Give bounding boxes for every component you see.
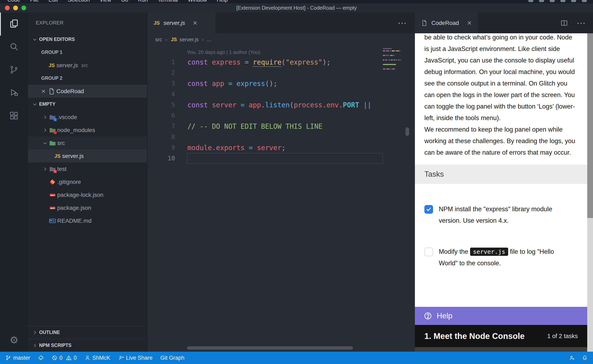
open-editor-server-js[interactable]: JSserver.jssrc	[28, 59, 147, 72]
editor-scrollbar-thumb[interactable]	[406, 127, 409, 136]
menu-item-run[interactable]: Run	[138, 0, 148, 3]
menu-item-help[interactable]: Help	[217, 0, 228, 3]
activity-explorer-button[interactable]	[0, 13, 28, 36]
line-number: 4	[147, 89, 187, 99]
tree-item-test[interactable]: test	[28, 162, 147, 176]
split-editor-icon[interactable]	[560, 19, 568, 27]
task-checkbox[interactable]	[424, 248, 433, 256]
code-line-5[interactable]: 5const server = app.listen(process.env.P…	[147, 99, 415, 110]
menubar-status-icons	[528, 0, 587, 2]
minimap[interactable]	[383, 48, 401, 73]
code-line-7[interactable]: 7// -- DO NOT EDIT BELOW THIS LINE	[147, 121, 415, 132]
status-account[interactable]: ShMcK	[85, 355, 110, 361]
menubar-status-icon[interactable]	[560, 0, 565, 2]
task-checkbox[interactable]	[424, 205, 433, 214]
breadcrumb-item-server-js[interactable]: JSserver.js	[171, 37, 199, 43]
activity-source-control-button[interactable]	[0, 58, 28, 82]
menu-item-terminal[interactable]: Terminal	[158, 0, 178, 3]
webview-scrollbar-thumb[interactable]	[587, 33, 593, 218]
line-number: 3	[147, 78, 187, 89]
activity-run-debug-button[interactable]	[0, 82, 28, 105]
code-line-1[interactable]: 1const express = require("express");	[147, 57, 415, 67]
menubar-status-icon[interactable]	[528, 0, 533, 2]
code-line-10[interactable]: 10	[147, 153, 415, 164]
tree-item-package-json[interactable]: npmpackage.json	[28, 201, 147, 214]
editor-more-actions-icon[interactable]: ⋯	[398, 18, 415, 28]
status-git-graph[interactable]: Git Graph	[160, 355, 185, 361]
tree-item-src[interactable]: src	[28, 136, 147, 150]
status-warnings[interactable]: 0	[66, 355, 77, 361]
activity-search-button[interactable]	[0, 36, 28, 58]
close-window-button[interactable]	[5, 6, 10, 10]
activity-settings-button[interactable]: ⚙	[0, 329, 28, 352]
open-editors-group: GROUP 2	[28, 72, 147, 85]
more-actions-icon[interactable]: ⋯	[577, 18, 586, 28]
editor-overview-ruler	[401, 46, 415, 352]
explorer-sidebar: EXPLORER OPEN EDITORS GROUP 1JSserver.js…	[28, 13, 147, 352]
editor-tab-bar: JS server.js × ⋯	[147, 13, 415, 33]
menu-item-code[interactable]: Code	[7, 0, 20, 3]
help-accordion[interactable]: Help	[415, 307, 587, 325]
zoom-window-button[interactable]	[21, 6, 26, 10]
code-line-9[interactable]: 9module.exports = server;	[147, 142, 415, 153]
lesson-paragraph: be able to check what’s going on in your…	[424, 33, 578, 124]
menubar-status-icon[interactable]	[571, 0, 576, 2]
code-line-4[interactable]: 4	[147, 89, 415, 99]
breadcrumb-item--[interactable]: ...	[207, 37, 211, 43]
status-live-share[interactable]: Live Share	[118, 355, 153, 361]
activity-extensions-button[interactable]	[0, 105, 28, 128]
code-line-2[interactable]: 2	[147, 67, 415, 78]
section-outline[interactable]: OUTLINE	[28, 326, 147, 339]
menu-item-selection[interactable]: Selection	[68, 0, 90, 3]
codelens-annotation[interactable]: You, 20 days ago | 1 author (You)	[187, 48, 415, 57]
menu-item-go[interactable]: Go	[121, 0, 128, 3]
horizontal-scrollbar-thumb[interactable]	[187, 346, 353, 350]
source-control-icon	[9, 65, 19, 75]
person-add-icon	[569, 355, 575, 361]
menubar-status-icon[interactable]	[582, 0, 587, 2]
close-editor-icon[interactable]: ×	[39, 87, 48, 95]
tree-item-package-lock-json[interactable]: npmpackage-lock.json	[28, 188, 147, 201]
status-notifications[interactable]	[582, 355, 588, 361]
status-git-branch[interactable]: master	[5, 355, 30, 361]
breadcrumb-item-src[interactable]: src	[155, 37, 162, 43]
code-line-3[interactable]: 3const app = express();	[147, 78, 415, 89]
tree-item-node-modules[interactable]: node_modules	[28, 124, 147, 136]
open-editors-header[interactable]: OPEN EDITORS	[28, 33, 147, 46]
group-label: GROUP 1	[41, 50, 62, 55]
tree-item--vscode[interactable]: .vscode	[28, 111, 147, 124]
tree-item-server-js[interactable]: JSserver.js	[28, 150, 147, 162]
editor-label: CodeRoad	[56, 88, 84, 95]
tree-item--gitignore[interactable]: .gitignore	[28, 176, 147, 188]
status-errors[interactable]: 0	[52, 355, 63, 361]
code-editor[interactable]: You, 20 days ago | 1 author (You) 1const…	[147, 46, 415, 352]
chevron-down-icon	[31, 36, 39, 43]
chevron-down-icon	[31, 100, 39, 108]
code-line-6[interactable]: 6	[147, 110, 415, 121]
code-line-8[interactable]: 8	[147, 132, 415, 142]
close-tab-icon[interactable]: ×	[467, 19, 472, 27]
tab-coderoad[interactable]: CodeRoad ×	[415, 13, 478, 33]
status-publish-changes[interactable]	[38, 355, 44, 361]
minimize-window-button[interactable]	[13, 6, 18, 10]
workspace-header[interactable]: EMPTY	[28, 98, 147, 111]
menubar-status-icon[interactable]	[550, 0, 555, 2]
menubar-status-icon[interactable]	[539, 0, 544, 2]
menu-item-edit[interactable]: Edit	[49, 0, 58, 3]
status-add-collaborator[interactable]	[569, 355, 575, 361]
tree-item-readme-md[interactable]: README.md	[28, 214, 147, 227]
chevron-right-icon	[31, 342, 39, 349]
menu-item-view[interactable]: View	[100, 0, 111, 3]
warning-icon	[66, 355, 72, 361]
close-tab-icon[interactable]: ×	[193, 19, 197, 27]
section-npm-scripts[interactable]: NPM SCRIPTS	[28, 339, 147, 352]
open-editor-coderoad[interactable]: ×CodeRoad	[28, 85, 147, 98]
group-label: GROUP 2	[41, 76, 62, 81]
sidebar-title: EXPLORER	[28, 13, 147, 33]
title-bar[interactable]: [Extension Development Host] - CodeRoad …	[0, 3, 593, 13]
menu-item-file[interactable]: File	[30, 0, 39, 3]
menu-item-window[interactable]: Window	[188, 0, 207, 3]
breadcrumb-label: ...	[207, 37, 211, 43]
webview-scrollbar[interactable]	[587, 33, 593, 352]
tab-server-js[interactable]: JS server.js ×	[147, 13, 215, 33]
